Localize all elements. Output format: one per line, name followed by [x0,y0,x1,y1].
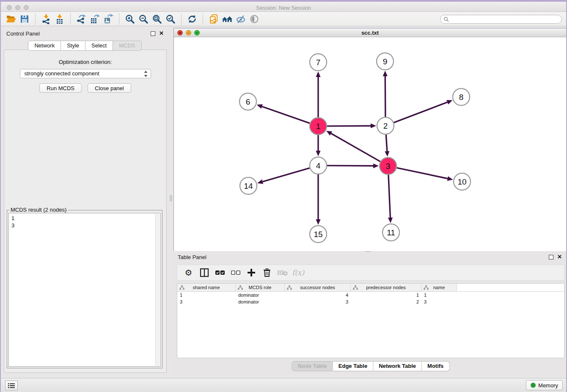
function-icon[interactable]: f(x) [290,266,306,279]
table-cell[interactable]: 3 [421,298,457,305]
column-header-successor-nodes[interactable]: successor nodes [285,284,351,291]
tab-motifs[interactable]: Motifs [422,361,449,371]
close-panel-icon[interactable]: ✕ [159,30,164,36]
table-cell[interactable]: 1 [351,292,421,298]
tab-mcds[interactable]: MCDS [113,41,141,51]
column-header-name[interactable]: name [421,284,457,291]
close-panel-icon[interactable]: ✕ [557,254,562,260]
tab-node-table[interactable]: Node Table [292,361,333,371]
column-header-predecessor-nodes[interactable]: predecessor nodes [351,284,421,291]
float-panel-icon[interactable] [151,31,155,36]
column-layout-icon[interactable] [196,266,212,279]
show-panels-icon[interactable] [248,13,261,25]
run-mcds-button[interactable]: Run MCDS [39,83,82,93]
open-session-icon[interactable] [4,13,18,25]
memory-button[interactable]: Memory [526,380,563,390]
graph-edge[interactable] [397,168,448,178]
vertical-splitter-handle[interactable] [170,195,172,202]
network-overview-icon[interactable] [220,13,234,25]
export-image-icon[interactable] [102,13,115,25]
graph-node-label: 11 [387,228,395,237]
graph-edge-arrowhead [446,100,452,104]
deselect-all-icon[interactable] [228,266,243,279]
graph-edge[interactable] [388,175,391,218]
zoom-in-icon[interactable] [123,13,137,25]
refresh-icon[interactable] [185,13,199,25]
table-row[interactable]: 1dominator411 [177,292,564,298]
graph-edge[interactable] [327,126,371,126]
fit-content-icon[interactable] [150,13,164,25]
graph-edge[interactable] [385,76,385,117]
graph-edge-arrowhead [316,151,320,156]
save-session-icon[interactable] [18,13,31,25]
graph-node-label: 14 [244,182,253,190]
zoom-selected-icon[interactable] [164,13,177,25]
delete-row-icon[interactable] [259,266,275,279]
node-table: shared nameMCDS rolesuccessor nodesprede… [177,283,564,358]
mcds-result-text: 1 3 [9,213,160,229]
gear-icon[interactable]: ⚙ [181,266,196,279]
export-network-icon[interactable] [74,13,88,25]
column-header-shared-name[interactable]: shared name [177,284,236,291]
table-cell[interactable]: 2 [351,298,421,305]
toolbar-separator [35,14,36,25]
graph-node-label: 2 [383,121,388,130]
tab-network-table[interactable]: Network Table [373,361,422,371]
table-row[interactable]: 3dominator323 [177,298,564,305]
table-cell[interactable]: 1 [177,292,236,298]
import-network-icon[interactable] [39,13,53,25]
add-row-icon[interactable] [243,266,259,279]
table-cell[interactable]: dominator [236,292,285,298]
graph-node-label: 1 [316,122,321,131]
table-panel-title: Table Panel [178,254,206,260]
tab-edge-table[interactable]: Edge Table [333,361,373,371]
graph-edge[interactable] [386,135,387,151]
export-table-icon[interactable] [88,13,102,25]
control-panel-title: Control Panel [6,30,40,37]
result-scrollbar[interactable] [155,214,160,366]
toolbar-separator [181,14,182,25]
graph-edge[interactable] [262,107,310,124]
graph-edge[interactable] [394,102,448,122]
tab-network[interactable]: Network [28,41,61,51]
tab-style[interactable]: Style [61,41,85,51]
network-window-titlebar[interactable]: ✕ − + scc.txt [174,28,566,37]
mcds-result-area[interactable]: 1 3 [8,213,161,367]
graph-node-label: 7 [316,58,321,67]
control-panel: Control Panel ✕ NetworkStyleSelectMCDS O… [1,26,169,378]
tree-sort-icon [353,285,358,290]
import-table-icon[interactable] [53,13,66,25]
graph-edge-arrowhead [388,218,393,223]
task-history-button[interactable] [5,381,18,390]
mcds-result-group: MCDS result (2 nodes) 1 3 [7,210,162,368]
table-cell[interactable]: dominator [236,298,285,305]
network-window: ✕ − + scc.txt 7968124314101511 [173,28,567,251]
graph-edge-arrowhead [257,104,263,109]
memory-label: Memory [538,382,558,389]
column-header-MCDS-role[interactable]: MCDS role [236,284,285,291]
float-panel-icon[interactable] [549,255,553,259]
zoom-out-icon[interactable] [137,13,150,25]
hide-panels-icon[interactable] [234,13,248,25]
criterion-value: strongly connected component [25,70,99,77]
delete-table-icon[interactable] [275,266,290,279]
table-cell[interactable]: 4 [285,292,351,298]
table-cell[interactable]: 3 [285,298,351,305]
graph-edge-arrowhead [371,124,376,128]
close-panel-button[interactable]: Close panel [88,83,131,93]
search-input[interactable] [449,16,561,23]
table-cell[interactable]: 3 [177,298,236,305]
tab-select[interactable]: Select [85,41,113,51]
graph-edge[interactable] [327,166,373,166]
table-header-row: shared nameMCDS rolesuccessor nodesprede… [177,284,564,292]
graph-edge[interactable] [263,168,310,182]
list-icon [8,383,15,389]
network-graph[interactable]: 7968124314101511 [174,38,566,251]
graph-node-label: 8 [459,93,464,102]
duplicate-network-icon[interactable] [207,13,220,25]
graph-edge[interactable] [331,133,380,161]
mcds-result-title: MCDS result (2 nodes) [9,207,68,213]
criterion-select[interactable]: strongly connected component [20,69,151,78]
select-all-icon[interactable] [212,266,228,279]
table-cell[interactable]: 1 [421,292,457,298]
